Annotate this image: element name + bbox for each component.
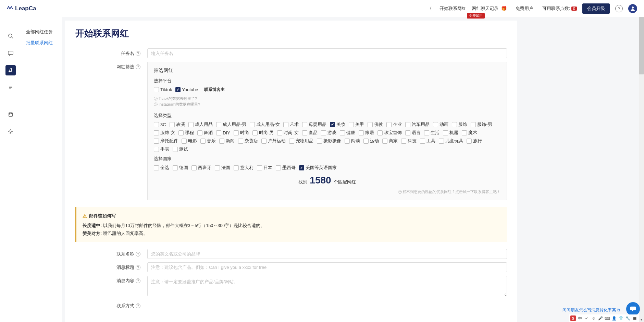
type-checkbox[interactable]: ✔美妆 [330, 121, 345, 128]
type-checkbox[interactable]: 户外运动 [261, 138, 286, 144]
type-checkbox[interactable]: 舞蹈 [197, 130, 213, 136]
faq-instagram[interactable]: ?Instagram的数据在哪里? [154, 102, 500, 107]
type-checkbox[interactable]: 时尚-女 [277, 130, 298, 136]
type-checkbox[interactable]: 魔术 [462, 130, 477, 136]
avatar[interactable] [628, 4, 637, 13]
faq-tiktok[interactable]: ?Tictok的数据去哪里了? [154, 96, 500, 101]
upgrade-button[interactable]: 会员升级 [582, 3, 610, 14]
help-icon[interactable]: ? [136, 64, 140, 69]
country-checkbox[interactable]: 意大利 [234, 165, 253, 171]
type-checkbox[interactable]: 家居 [359, 130, 374, 136]
type-checkbox[interactable]: 食品 [302, 130, 318, 136]
type-checkbox[interactable]: 健康 [340, 130, 355, 136]
type-checkbox[interactable]: 旅行 [467, 138, 482, 144]
type-checkbox[interactable]: 运动 [363, 138, 379, 144]
type-checkbox[interactable]: 服饰-女 [154, 130, 175, 136]
country-checkbox[interactable]: 西班牙 [191, 165, 211, 171]
scroll-down-icon[interactable]: ▾ [639, 317, 644, 322]
type-checkbox[interactable]: 生活 [424, 130, 439, 136]
type-checkbox[interactable]: 成人用品 [188, 121, 213, 128]
search-icon[interactable] [5, 31, 16, 41]
type-checkbox[interactable]: 杂货店 [238, 138, 258, 144]
country-checkbox[interactable]: 墨西哥 [276, 165, 296, 171]
type-checkbox[interactable]: 科技 [401, 138, 417, 144]
msg-body-textarea[interactable] [147, 276, 507, 296]
contact-blogger-link[interactable]: 联系博客主 [204, 87, 225, 93]
ime-logo-icon[interactable]: S [570, 315, 576, 321]
chevron-left-icon[interactable]: 〈 [427, 5, 432, 12]
type-checkbox[interactable]: 音乐 [200, 138, 216, 144]
type-checkbox[interactable]: 阅读 [345, 138, 360, 144]
type-checkbox[interactable]: 企业 [386, 121, 402, 128]
type-checkbox[interactable]: 儿童玩具 [439, 138, 463, 144]
type-checkbox[interactable]: 美甲 [349, 121, 364, 128]
task-name-input[interactable] [147, 48, 507, 58]
type-checkbox[interactable]: 摩托配件 [154, 138, 178, 144]
type-checkbox[interactable]: 服饰-男 [471, 121, 492, 128]
type-checkbox[interactable]: 宠物用品 [289, 138, 313, 144]
type-checkbox[interactable]: 3C [154, 122, 166, 127]
type-checkbox[interactable]: 艺术 [283, 121, 299, 128]
scrollbar[interactable]: ▴ ▾ [639, 0, 644, 322]
ime-zhong-icon[interactable]: 中 [577, 315, 583, 321]
type-checkbox[interactable]: 手表 [154, 146, 169, 152]
nav-start-contact[interactable]: 开始联系网红 [439, 5, 466, 12]
type-checkbox[interactable]: 摄影摄像 [317, 138, 341, 144]
type-checkbox[interactable]: 珠宝首饰 [377, 130, 402, 136]
ime-mic-icon[interactable]: 🎤 [598, 315, 603, 321]
country-checkbox[interactable]: 法国 [215, 165, 230, 171]
chart-icon[interactable] [5, 109, 16, 120]
type-checkbox[interactable]: 表演 [170, 121, 185, 128]
ime-face-icon[interactable]: ☺ [591, 315, 596, 321]
type-checkbox[interactable]: 新闻 [219, 138, 235, 144]
type-checkbox[interactable]: 母婴用品 [302, 121, 326, 128]
type-checkbox[interactable]: 汽车用品 [405, 121, 430, 128]
type-checkbox[interactable]: 游戏 [321, 130, 336, 136]
platform-youtube-checkbox[interactable]: ✔Youtube [175, 87, 198, 92]
ime-grid-icon[interactable]: ▦ [632, 315, 637, 321]
type-checkbox[interactable]: 测试 [173, 146, 188, 152]
nav-chat-log[interactable]: 网红聊天记录 🎁 免费试用 [472, 5, 507, 12]
ime-skin-icon[interactable]: 👕 [618, 315, 624, 321]
type-checkbox[interactable]: 商家 [382, 138, 398, 144]
type-checkbox[interactable]: 动画 [433, 121, 448, 128]
country-checkbox[interactable]: 德国 [173, 165, 188, 171]
logo[interactable]: LeapCa [7, 5, 36, 12]
ime-keyboard-icon[interactable]: ⌨ [605, 315, 610, 321]
chat-bubble-button[interactable] [626, 302, 640, 316]
msg-title-input[interactable] [147, 262, 507, 272]
sidebar-link-batch[interactable]: 批量联系网红 [26, 40, 53, 46]
country-checkbox[interactable]: ✔美国等英语国家 [299, 165, 337, 171]
type-checkbox[interactable]: 时尚 [234, 130, 249, 136]
help-icon[interactable]: ? [615, 5, 623, 12]
ask-friend-link[interactable]: 问问朋友怎么写消息转化率高⧉ [562, 307, 620, 313]
help-icon[interactable]: ? [136, 265, 140, 270]
music-note-icon[interactable] [5, 65, 16, 75]
help-icon[interactable]: ? [136, 252, 140, 257]
country-checkbox[interactable]: 日本 [257, 165, 272, 171]
help-icon[interactable]: ? [136, 278, 140, 283]
help-icon[interactable]: ? [136, 303, 140, 308]
type-checkbox[interactable]: DIY [216, 130, 230, 135]
type-checkbox[interactable]: 课程 [178, 130, 194, 136]
type-checkbox[interactable]: 服饰 [452, 121, 467, 128]
chat-icon[interactable] [5, 48, 16, 58]
type-checkbox[interactable]: 时尚-男 [252, 130, 274, 136]
type-checkbox[interactable]: 成人用品-男 [216, 121, 246, 128]
help-icon[interactable]: ? [136, 51, 140, 56]
type-checkbox[interactable]: 佛教 [368, 121, 383, 128]
type-checkbox[interactable]: 成人用品-女 [250, 121, 280, 128]
platform-tiktok-checkbox[interactable]: Tiktok [154, 87, 172, 92]
ime-punct-icon[interactable]: •ʼ [584, 315, 590, 321]
country-checkbox[interactable]: 全选 [154, 165, 169, 171]
gear-icon[interactable] [5, 127, 16, 137]
type-checkbox[interactable]: 工具 [420, 138, 435, 144]
ime-tool-icon[interactable]: 🔧 [625, 315, 631, 321]
contact-name-input[interactable] [147, 249, 507, 259]
type-checkbox[interactable]: 机器 [443, 130, 458, 136]
sidebar-link-all-tasks[interactable]: 全部网红任务 [26, 29, 53, 35]
type-checkbox[interactable]: 语言 [405, 130, 421, 136]
list-icon[interactable] [5, 82, 16, 93]
ime-user-icon[interactable]: 👤 [611, 315, 617, 321]
type-checkbox[interactable]: 电影 [182, 138, 197, 144]
